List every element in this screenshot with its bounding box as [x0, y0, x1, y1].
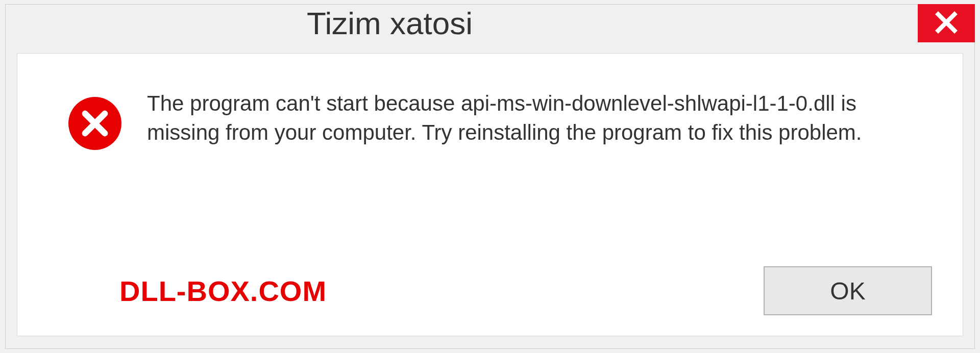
- title-bar: Tizim xatosi: [6, 5, 974, 53]
- error-message: The program can't start because api-ms-w…: [147, 89, 927, 147]
- close-button[interactable]: [918, 4, 975, 42]
- error-dialog: Tizim xatosi The program can't start bec…: [5, 4, 975, 349]
- error-icon: [68, 97, 121, 150]
- message-row: The program can't start because api-ms-w…: [17, 54, 963, 266]
- ok-button[interactable]: OK: [764, 266, 932, 315]
- close-icon: [934, 10, 959, 37]
- ok-button-label: OK: [830, 277, 865, 305]
- watermark-text: DLL-BOX.COM: [119, 274, 327, 308]
- dialog-footer: DLL-BOX.COM OK: [17, 266, 963, 336]
- error-icon-wrap: [68, 89, 121, 150]
- dialog-title: Tizim xatosi: [6, 5, 473, 42]
- dialog-content: The program can't start because api-ms-w…: [17, 53, 963, 336]
